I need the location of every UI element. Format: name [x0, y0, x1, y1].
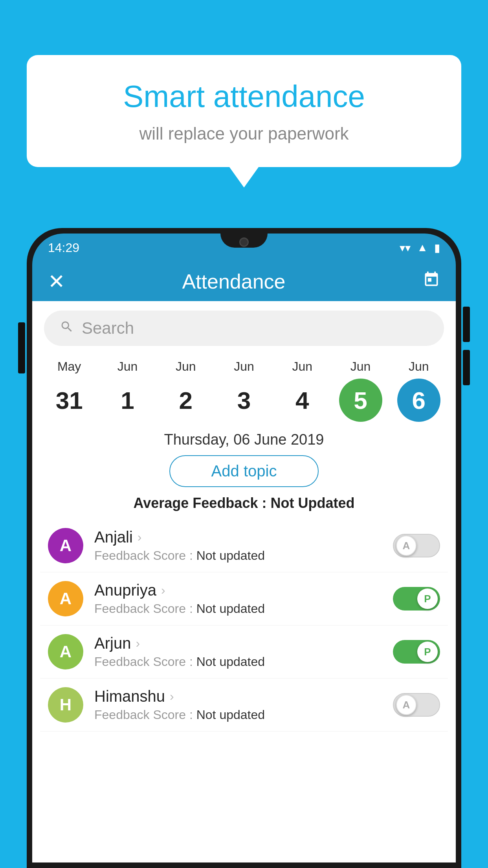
- volume-down-button[interactable]: [463, 350, 470, 385]
- status-time: 14:29: [48, 241, 79, 255]
- student-item[interactable]: AAnjali ›Feedback Score : Not updatedA: [40, 519, 448, 572]
- student-info: Anjali ›Feedback Score : Not updated: [94, 528, 393, 563]
- date-col-6[interactable]: Jun6: [393, 359, 444, 422]
- date-col-2[interactable]: Jun2: [160, 359, 211, 422]
- chevron-icon: ›: [136, 636, 140, 651]
- app-bar-title: Attendance: [65, 270, 402, 293]
- avg-feedback-value: Not Updated: [270, 495, 354, 511]
- student-name: Himanshu ›: [94, 688, 393, 705]
- student-avatar: A: [48, 528, 83, 563]
- attendance-toggle[interactable]: A: [393, 693, 440, 717]
- student-name: Arjun ›: [94, 634, 393, 652]
- search-placeholder: Search: [82, 319, 134, 338]
- date-col-0[interactable]: May31: [44, 359, 95, 422]
- wifi-icon: ▾▾: [400, 241, 411, 254]
- date-col-3[interactable]: Jun3: [218, 359, 270, 422]
- date-number[interactable]: 6: [397, 379, 440, 422]
- toggle-knob: A: [396, 695, 416, 715]
- date-number[interactable]: 5: [339, 379, 382, 422]
- student-list: AAnjali ›Feedback Score : Not updatedAAA…: [32, 519, 456, 732]
- date-number[interactable]: 2: [164, 379, 207, 422]
- avg-feedback-label: Average Feedback :: [134, 495, 271, 511]
- feedback-value: Not updated: [196, 708, 265, 722]
- student-avatar: A: [48, 634, 83, 669]
- toggle-knob: P: [417, 642, 438, 662]
- student-name: Anupriya ›: [94, 581, 393, 599]
- bubble-subtitle: will replace your paperwork: [58, 124, 430, 143]
- bubble-title: Smart attendance: [58, 79, 430, 114]
- attendance-toggle[interactable]: A: [393, 534, 440, 557]
- date-col-4[interactable]: Jun4: [277, 359, 328, 422]
- avg-feedback: Average Feedback : Not Updated: [32, 495, 456, 511]
- status-icons: ▾▾ ▲ ▮: [400, 241, 440, 254]
- selected-date-label: Thursday, 06 June 2019: [32, 431, 456, 448]
- calendar-icon[interactable]: [423, 271, 440, 292]
- chevron-icon: ›: [161, 583, 165, 598]
- date-month: Jun: [234, 359, 254, 374]
- student-feedback: Feedback Score : Not updated: [94, 708, 393, 722]
- date-number[interactable]: 4: [281, 379, 324, 422]
- student-name: Anjali ›: [94, 528, 393, 546]
- signal-icon: ▲: [417, 241, 428, 254]
- student-item[interactable]: AAnupriya ›Feedback Score : Not updatedP: [40, 572, 448, 625]
- feedback-value: Not updated: [196, 548, 265, 563]
- front-camera: [239, 237, 249, 247]
- power-button[interactable]: [18, 322, 25, 373]
- app-bar: ✕ Attendance: [32, 262, 456, 301]
- student-item[interactable]: HHimanshu ›Feedback Score : Not updatedA: [40, 679, 448, 732]
- student-info: Himanshu ›Feedback Score : Not updated: [94, 688, 393, 722]
- speech-bubble: Smart attendance will replace your paper…: [27, 55, 461, 167]
- student-info: Arjun ›Feedback Score : Not updated: [94, 634, 393, 669]
- speech-bubble-container: Smart attendance will replace your paper…: [27, 55, 461, 167]
- search-bar[interactable]: Search: [44, 311, 444, 346]
- date-col-1[interactable]: Jun1: [102, 359, 153, 422]
- date-col-5[interactable]: Jun5: [335, 359, 386, 422]
- student-avatar: A: [48, 581, 83, 616]
- student-item[interactable]: AArjun ›Feedback Score : Not updatedP: [40, 625, 448, 679]
- volume-up-button[interactable]: [463, 307, 470, 342]
- student-feedback: Feedback Score : Not updated: [94, 548, 393, 563]
- date-number[interactable]: 1: [106, 379, 149, 422]
- screen-content: Search May31Jun1Jun2Jun3Jun4Jun5Jun6 Thu…: [32, 301, 456, 862]
- attendance-toggle[interactable]: P: [393, 587, 440, 611]
- chevron-icon: ›: [170, 689, 174, 704]
- attendance-toggle[interactable]: P: [393, 640, 440, 664]
- student-feedback: Feedback Score : Not updated: [94, 655, 393, 669]
- date-month: May: [57, 359, 81, 374]
- student-info: Anupriya ›Feedback Score : Not updated: [94, 581, 393, 616]
- date-month: Jun: [117, 359, 138, 374]
- feedback-value: Not updated: [196, 655, 265, 669]
- date-month: Jun: [292, 359, 312, 374]
- close-button[interactable]: ✕: [48, 270, 65, 293]
- student-feedback: Feedback Score : Not updated: [94, 601, 393, 616]
- date-row: May31Jun1Jun2Jun3Jun4Jun5Jun6: [32, 355, 456, 422]
- toggle-knob: P: [417, 588, 438, 609]
- phone-inner: 14:29 ▾▾ ▲ ▮ ✕ Attendance: [32, 234, 456, 862]
- chevron-icon: ›: [138, 530, 142, 544]
- toggle-knob: A: [396, 535, 416, 556]
- date-number[interactable]: 3: [222, 379, 266, 422]
- phone-frame: 14:29 ▾▾ ▲ ▮ ✕ Attendance: [27, 228, 461, 868]
- date-month: Jun: [409, 359, 429, 374]
- battery-icon: ▮: [434, 241, 440, 254]
- date-number[interactable]: 31: [48, 379, 91, 422]
- add-topic-button[interactable]: Add topic: [169, 455, 319, 487]
- student-avatar: H: [48, 687, 83, 723]
- search-icon: [60, 320, 74, 337]
- phone-notch: [220, 234, 268, 248]
- feedback-value: Not updated: [196, 601, 265, 616]
- date-month: Jun: [176, 359, 196, 374]
- date-month: Jun: [350, 359, 371, 374]
